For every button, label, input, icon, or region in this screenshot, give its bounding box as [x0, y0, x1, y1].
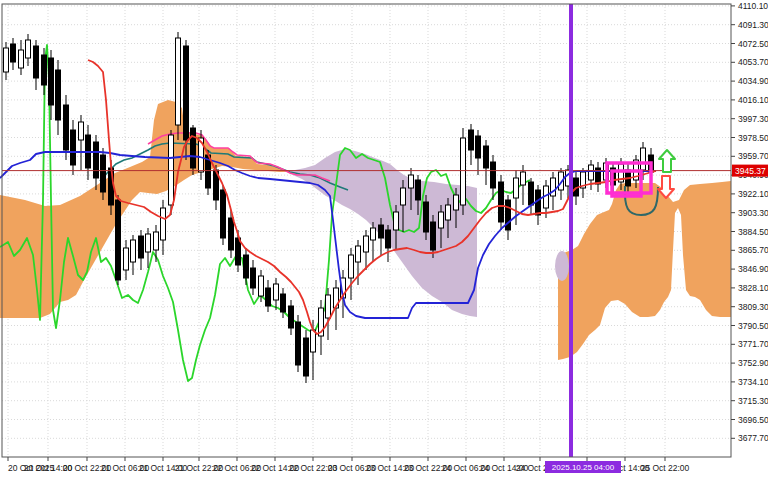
price-tick-label: 3846.90 — [738, 264, 768, 274]
candle-bull — [19, 40, 24, 75]
candle-body — [409, 175, 414, 188]
candle-body — [281, 294, 286, 312]
candle-body — [454, 195, 459, 210]
price-tick-label: 3696.50 — [738, 415, 768, 425]
candle-bull — [26, 34, 31, 66]
candle-body — [4, 48, 9, 72]
price-tick-label: 3677.70 — [738, 433, 768, 443]
candle-bear — [191, 125, 196, 175]
candle-bull — [79, 115, 84, 170]
price-tick-label: 3752.90 — [738, 358, 768, 368]
candle-body — [94, 142, 99, 178]
price-tick-label: 4016.10 — [738, 95, 768, 105]
candle-body — [529, 182, 534, 205]
candle-body — [311, 330, 316, 352]
trading-chart-window: 4110.104091.304072.504053.704034.904016.… — [0, 0, 768, 480]
candle-body — [469, 130, 474, 150]
price-axis[interactable]: 4110.104091.304072.504053.704034.904016.… — [731, 1, 768, 443]
candle-body — [229, 218, 234, 250]
candle-bear — [296, 315, 301, 372]
candle-body — [424, 202, 429, 232]
candle-bear — [529, 178, 534, 215]
candle-body — [169, 135, 174, 205]
candle-body — [371, 228, 376, 240]
candle-body — [79, 122, 84, 140]
candlestick-chart[interactable]: 4110.104091.304072.504053.704034.904016.… — [0, 0, 768, 480]
candle-bear — [116, 195, 121, 285]
candle-bear — [139, 230, 144, 270]
candle-bull — [4, 42, 9, 80]
candle-body — [19, 50, 24, 68]
candle-bear — [536, 185, 541, 225]
cloud-blob — [555, 251, 569, 281]
candle-bear — [34, 40, 39, 90]
price-tick-label: 4034.90 — [738, 76, 768, 86]
candle-body — [641, 148, 646, 170]
candle-bear — [11, 38, 16, 70]
candle-body — [26, 40, 31, 58]
candle-body — [356, 246, 361, 262]
candle-bear — [499, 175, 504, 230]
candle-body — [289, 306, 294, 328]
candle-body — [176, 38, 181, 125]
candle-bear — [64, 95, 69, 160]
candle-bear — [56, 60, 61, 135]
candle-body — [34, 46, 39, 78]
candle-bear — [244, 248, 249, 285]
price-tick-label: 3922.10 — [738, 189, 768, 199]
candle-bear — [289, 300, 294, 335]
candle-body — [11, 44, 16, 62]
candle-bear — [71, 120, 76, 175]
candle-body — [221, 190, 226, 238]
candle-body — [161, 208, 166, 240]
price-tick-label: 3790.50 — [738, 321, 768, 331]
candle-body — [439, 212, 444, 228]
price-tick-label: 3715.30 — [738, 396, 768, 406]
candle-body — [274, 284, 279, 300]
candle-bull — [589, 160, 594, 190]
candle-bear — [101, 148, 106, 200]
price-tick-label: 4072.50 — [738, 39, 768, 49]
candle-body — [589, 165, 594, 180]
candle-bull — [319, 300, 324, 355]
candle-bear — [484, 140, 489, 185]
price-tick-label: 4053.70 — [738, 57, 768, 67]
price-tick-label: 4110.10 — [738, 1, 768, 11]
candle-body — [251, 268, 256, 288]
candle-bull — [364, 230, 369, 270]
candle-bull — [161, 200, 166, 255]
candle-body — [266, 288, 271, 306]
candle-bear — [506, 195, 511, 240]
candle-body — [124, 248, 129, 270]
candle-body — [64, 105, 69, 150]
candle-bear — [42, 48, 47, 95]
candle-bull — [124, 240, 129, 280]
candle-bull — [461, 128, 466, 215]
candle-body — [154, 232, 159, 250]
candle-body — [56, 70, 61, 120]
candle-bull — [326, 288, 331, 340]
price-tick-label: 3997.30 — [738, 114, 768, 124]
candle-bear — [94, 135, 99, 190]
candle-body — [296, 322, 301, 365]
candle-body — [131, 240, 136, 262]
candle-bull — [199, 130, 204, 180]
up-arrow-icon — [659, 150, 675, 172]
candle-body — [146, 234, 151, 252]
candle-body — [244, 255, 249, 278]
candle-body — [49, 58, 54, 105]
candle-body — [304, 338, 309, 376]
candle-bear — [251, 260, 256, 295]
candle-body — [116, 200, 121, 280]
candle-body — [521, 172, 526, 185]
candle-body — [491, 162, 496, 188]
candle-body — [364, 236, 369, 252]
candle-body — [446, 205, 451, 220]
candle-body — [431, 222, 436, 250]
price-tick-label: 3978.50 — [738, 133, 768, 143]
candle-body — [401, 188, 406, 205]
candle-bear — [221, 185, 226, 245]
candle-body — [101, 155, 106, 192]
candle-body — [461, 138, 466, 205]
candle-bear — [476, 130, 481, 175]
